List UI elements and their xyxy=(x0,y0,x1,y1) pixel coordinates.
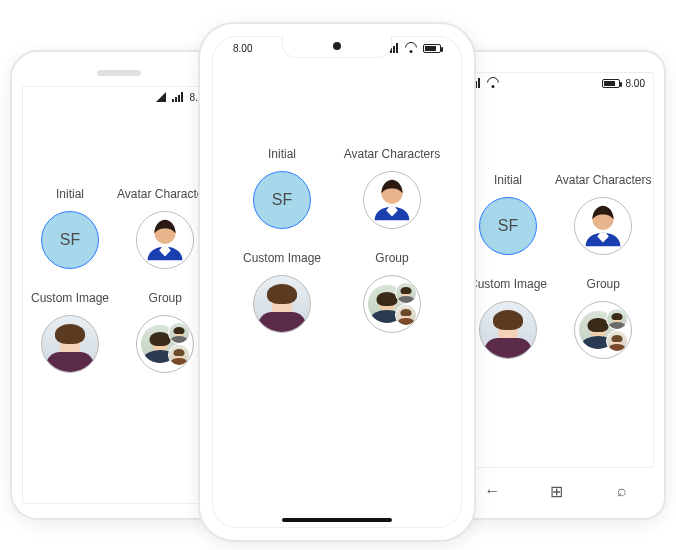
cell-custom-image: Custom Image xyxy=(243,251,321,333)
initials-text: SF xyxy=(272,191,292,209)
avatar-initials[interactable]: SF xyxy=(479,197,537,255)
screen-android: 8.00 Initial SF Avatar Characters xyxy=(22,86,216,504)
avatar-initials[interactable]: SF xyxy=(41,211,99,269)
wifi-icon xyxy=(405,43,417,53)
notch xyxy=(282,36,392,58)
wifi-icon xyxy=(487,78,499,88)
battery-icon xyxy=(423,44,441,53)
win-back-button[interactable]: ← xyxy=(477,482,507,500)
label-characters: Avatar Characters xyxy=(344,147,441,161)
win-search-button[interactable]: ⌕ xyxy=(607,482,637,500)
signal-bars-icon xyxy=(172,92,184,102)
cell-group: Group xyxy=(574,277,632,359)
avatar-character[interactable] xyxy=(363,171,421,229)
cell-custom-image: Custom Image xyxy=(31,291,109,373)
label-group: Group xyxy=(587,277,620,291)
cell-group: Group xyxy=(363,251,421,333)
group-member-3 xyxy=(606,330,628,352)
windows-nav-bar: ← ⊞ ⌕ xyxy=(460,474,654,508)
label-group: Group xyxy=(149,291,182,305)
initials-text: SF xyxy=(498,217,518,235)
cell-initial: Initial SF xyxy=(41,187,99,269)
status-time: 8.00 xyxy=(626,78,645,89)
home-indicator[interactable] xyxy=(282,518,392,522)
phone-frame-windows: 8.00 Initial SF Avatar Characters xyxy=(448,50,666,520)
battery-icon xyxy=(602,79,620,88)
label-custom-image: Custom Image xyxy=(243,251,321,265)
label-custom-image: Custom Image xyxy=(469,277,547,291)
label-custom-image: Custom Image xyxy=(31,291,109,305)
avatar-character[interactable] xyxy=(136,211,194,269)
group-member-2 xyxy=(606,308,628,330)
status-icons-right xyxy=(387,43,441,53)
cell-custom-image: Custom Image xyxy=(469,277,547,359)
avatar-group[interactable] xyxy=(136,315,194,373)
male-avatar-icon xyxy=(575,198,631,254)
avatar-grid: Initial SF Avatar Characters Custom Imag… xyxy=(213,147,461,333)
status-icons-right: 8.00 xyxy=(602,78,645,89)
group-member-3 xyxy=(395,304,417,326)
avatar-group[interactable] xyxy=(574,301,632,359)
male-avatar-icon xyxy=(364,172,420,228)
phone-frame-iphone: 8.00 Initial SF Avatar Characters xyxy=(198,22,476,542)
avatar-custom-image[interactable] xyxy=(41,315,99,373)
status-time-left: 8.00 xyxy=(233,43,252,54)
initials-text: SF xyxy=(60,231,80,249)
cell-group: Group xyxy=(136,291,194,373)
screen-windows: 8.00 Initial SF Avatar Characters xyxy=(460,72,654,468)
phone-frame-android: 8.00 Initial SF Avatar Characters xyxy=(10,50,228,520)
cell-characters: Avatar Characters xyxy=(555,173,652,255)
signal-triangle-icon xyxy=(156,92,166,102)
group-member-3 xyxy=(168,344,190,366)
group-member-2 xyxy=(395,282,417,304)
label-initial: Initial xyxy=(494,173,522,187)
cell-characters: Avatar Characters xyxy=(344,147,441,229)
avatar-group[interactable] xyxy=(363,275,421,333)
male-avatar-icon xyxy=(137,212,193,268)
label-initial: Initial xyxy=(56,187,84,201)
avatar-grid: Initial SF Avatar Characters Custom Imag… xyxy=(461,173,653,359)
group-member-2 xyxy=(168,322,190,344)
avatar-grid: Initial SF Avatar Characters Custom Imag… xyxy=(23,187,215,373)
status-time: 8.00 xyxy=(233,43,252,54)
label-group: Group xyxy=(375,251,408,265)
avatar-custom-image[interactable] xyxy=(253,275,311,333)
avatar-character[interactable] xyxy=(574,197,632,255)
avatar-custom-image[interactable] xyxy=(479,301,537,359)
screen-iphone: 8.00 Initial SF Avatar Characters xyxy=(212,36,462,528)
status-bar-windows: 8.00 xyxy=(461,73,653,93)
win-home-button[interactable]: ⊞ xyxy=(542,482,572,501)
cell-initial: Initial SF xyxy=(479,173,537,255)
cell-initial: Initial SF xyxy=(253,147,311,229)
label-characters: Avatar Characters xyxy=(555,173,652,187)
status-bar-android: 8.00 xyxy=(23,87,215,107)
label-initial: Initial xyxy=(268,147,296,161)
avatar-initials[interactable]: SF xyxy=(253,171,311,229)
speaker-grill xyxy=(97,70,141,76)
